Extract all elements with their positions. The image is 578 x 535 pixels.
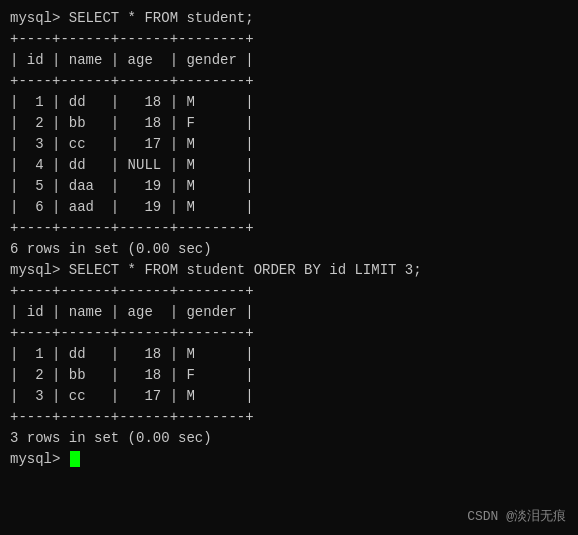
terminal-line: +----+------+------+--------+ xyxy=(10,323,568,344)
terminal-line: | 1 | dd | 18 | M | xyxy=(10,92,568,113)
terminal-line: +----+------+------+--------+ xyxy=(10,218,568,239)
terminal-line: | 3 | cc | 17 | M | xyxy=(10,386,568,407)
terminal-line: mysql> SELECT * FROM student ORDER BY id… xyxy=(10,260,568,281)
terminal-line: 6 rows in set (0.00 sec) xyxy=(10,239,568,260)
terminal-line: | 1 | dd | 18 | M | xyxy=(10,344,568,365)
terminal-line: | 2 | bb | 18 | F | xyxy=(10,365,568,386)
terminal-line: | 3 | cc | 17 | M | xyxy=(10,134,568,155)
terminal-line: | 2 | bb | 18 | F | xyxy=(10,113,568,134)
terminal-line: +----+------+------+--------+ xyxy=(10,29,568,50)
terminal-line: | id | name | age | gender | xyxy=(10,50,568,71)
cursor xyxy=(70,451,80,467)
watermark: CSDN @淡泪无痕 xyxy=(467,507,566,525)
terminal-line: | id | name | age | gender | xyxy=(10,302,568,323)
terminal-line: mysql> SELECT * FROM student; xyxy=(10,8,568,29)
terminal-line: +----+------+------+--------+ xyxy=(10,281,568,302)
terminal-line: | 5 | daa | 19 | M | xyxy=(10,176,568,197)
terminal-line: 3 rows in set (0.00 sec) xyxy=(10,428,568,449)
terminal-line: | 6 | aad | 19 | M | xyxy=(10,197,568,218)
terminal-line: +----+------+------+--------+ xyxy=(10,407,568,428)
terminal-window: mysql> SELECT * FROM student;+----+-----… xyxy=(0,0,578,535)
terminal-line: mysql> xyxy=(10,449,568,470)
terminal-content: mysql> SELECT * FROM student;+----+-----… xyxy=(10,8,568,470)
terminal-line: | 4 | dd | NULL | M | xyxy=(10,155,568,176)
terminal-line: +----+------+------+--------+ xyxy=(10,71,568,92)
